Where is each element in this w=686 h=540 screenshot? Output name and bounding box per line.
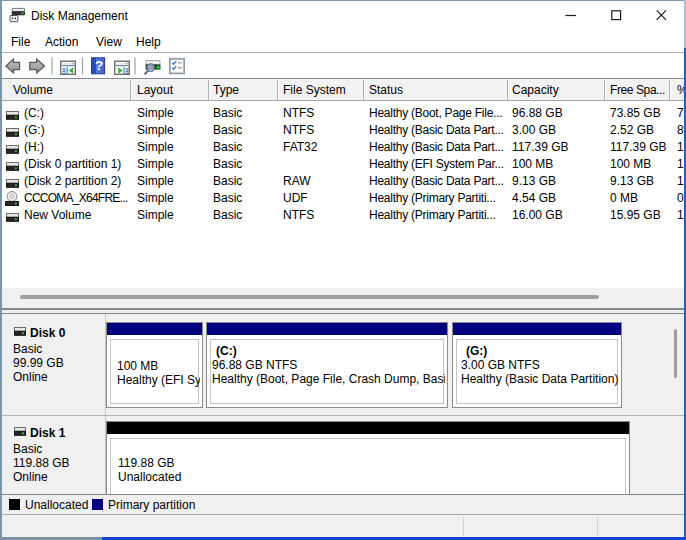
- svg-text:?: ?: [95, 58, 103, 73]
